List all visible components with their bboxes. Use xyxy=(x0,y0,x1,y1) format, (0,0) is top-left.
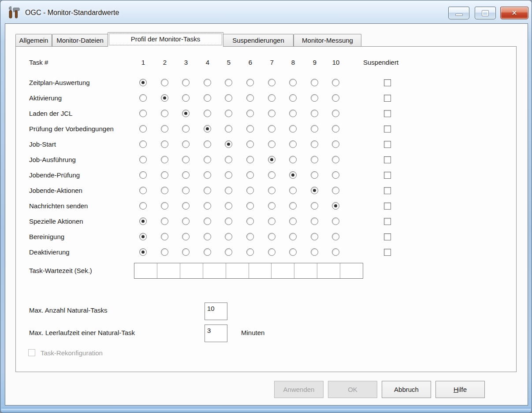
task-radio-job-start-4[interactable] xyxy=(204,140,211,148)
task-radio-aktivierung-5[interactable] xyxy=(225,94,232,102)
task-wait-cell-2[interactable] xyxy=(157,263,180,278)
task-radio-job-ausf-hrung-6[interactable] xyxy=(246,156,254,163)
task-radio-jobende-aktionen-9[interactable] xyxy=(311,187,318,194)
task-radio-spezielle-aktionen-3[interactable] xyxy=(182,218,190,225)
task-radio-deaktivierung-2[interactable] xyxy=(161,248,168,256)
task-wait-cell-6[interactable] xyxy=(249,263,272,278)
task-wait-cell-5[interactable] xyxy=(226,263,249,278)
task-radio-bereinigung-3[interactable] xyxy=(182,233,190,240)
task-radio-laden-der-jcl-4[interactable] xyxy=(204,110,211,117)
task-radio-nachrichten-senden-5[interactable] xyxy=(225,202,232,210)
task-radio-job-ausf-hrung-2[interactable] xyxy=(161,156,168,163)
suspendiert-checkbox-nachrichten-senden[interactable] xyxy=(384,203,391,210)
task-radio-laden-der-jcl-3[interactable] xyxy=(182,110,190,117)
task-radio-laden-der-jcl-1[interactable] xyxy=(139,110,147,117)
task-radio-pr-fung-der-vorbedingungen-5[interactable] xyxy=(225,125,232,133)
task-radio-aktivierung-1[interactable] xyxy=(139,94,147,102)
task-radio-zeitplan-auswertung-7[interactable] xyxy=(268,79,275,86)
task-radio-bereinigung-10[interactable] xyxy=(332,233,339,240)
task-radio-job-ausf-hrung-5[interactable] xyxy=(225,156,232,163)
task-radio-jobende-aktionen-4[interactable] xyxy=(204,187,211,194)
task-radio-job-start-2[interactable] xyxy=(161,140,168,148)
task-radio-laden-der-jcl-6[interactable] xyxy=(246,110,254,117)
task-radio-jobende-pr-fung-4[interactable] xyxy=(204,171,211,179)
task-radio-pr-fung-der-vorbedingungen-6[interactable] xyxy=(246,125,254,133)
close-button[interactable]: ✕ xyxy=(500,7,528,19)
suspendiert-checkbox-laden-der-jcl[interactable] xyxy=(384,110,391,117)
task-radio-jobende-aktionen-1[interactable] xyxy=(139,187,147,194)
suspendiert-checkbox-deaktivierung[interactable] xyxy=(384,249,391,256)
task-radio-job-ausf-hrung-8[interactable] xyxy=(289,156,297,163)
task-radio-pr-fung-der-vorbedingungen-8[interactable] xyxy=(289,125,297,133)
task-radio-nachrichten-senden-10[interactable] xyxy=(332,202,339,210)
task-wait-cell-9[interactable] xyxy=(317,263,340,278)
tab-monitor-dateien[interactable]: Monitor-Dateien xyxy=(52,34,108,46)
task-radio-laden-der-jcl-10[interactable] xyxy=(332,110,339,117)
task-radio-laden-der-jcl-7[interactable] xyxy=(268,110,275,117)
task-radio-job-start-8[interactable] xyxy=(289,140,297,148)
task-radio-job-ausf-hrung-4[interactable] xyxy=(204,156,211,163)
task-radio-job-start-9[interactable] xyxy=(311,140,318,148)
task-radio-aktivierung-3[interactable] xyxy=(182,94,190,102)
task-radio-nachrichten-senden-3[interactable] xyxy=(182,202,190,210)
task-radio-nachrichten-senden-1[interactable] xyxy=(139,202,147,210)
task-radio-bereinigung-1[interactable] xyxy=(139,233,147,240)
task-radio-jobende-pr-fung-8[interactable] xyxy=(289,171,297,179)
task-radio-bereinigung-2[interactable] xyxy=(161,233,168,240)
task-radio-spezielle-aktionen-6[interactable] xyxy=(246,218,254,225)
task-radio-job-start-7[interactable] xyxy=(268,140,275,148)
task-radio-aktivierung-10[interactable] xyxy=(332,94,339,102)
suspendiert-checkbox-jobende-pr-fung[interactable] xyxy=(384,172,391,179)
task-wait-cell-1[interactable] xyxy=(134,263,157,278)
task-radio-bereinigung-7[interactable] xyxy=(268,233,275,240)
task-radio-pr-fung-der-vorbedingungen-1[interactable] xyxy=(139,125,147,133)
task-radio-pr-fung-der-vorbedingungen-2[interactable] xyxy=(161,125,168,133)
task-radio-job-ausf-hrung-10[interactable] xyxy=(332,156,339,163)
tab-allgemein[interactable]: Allgemein xyxy=(15,34,52,46)
task-radio-jobende-pr-fung-3[interactable] xyxy=(182,171,190,179)
task-radio-pr-fung-der-vorbedingungen-4[interactable] xyxy=(204,125,211,133)
task-radio-job-ausf-hrung-9[interactable] xyxy=(311,156,318,163)
task-radio-zeitplan-auswertung-10[interactable] xyxy=(332,79,339,86)
task-radio-deaktivierung-10[interactable] xyxy=(332,248,339,256)
task-radio-jobende-pr-fung-1[interactable] xyxy=(139,171,147,179)
task-radio-laden-der-jcl-9[interactable] xyxy=(311,110,318,117)
task-radio-deaktivierung-4[interactable] xyxy=(204,248,211,256)
task-radio-job-ausf-hrung-1[interactable] xyxy=(139,156,147,163)
task-radio-jobende-aktionen-5[interactable] xyxy=(225,187,232,194)
task-radio-aktivierung-6[interactable] xyxy=(246,94,254,102)
task-radio-spezielle-aktionen-10[interactable] xyxy=(332,218,339,225)
task-radio-spezielle-aktionen-1[interactable] xyxy=(139,218,147,225)
tab-profil-der-monitor-tasks[interactable]: Profil der Monitor-Tasks xyxy=(108,32,223,47)
task-radio-job-start-10[interactable] xyxy=(332,140,339,148)
task-radio-zeitplan-auswertung-4[interactable] xyxy=(204,79,211,86)
task-radio-jobende-pr-fung-9[interactable] xyxy=(311,171,318,179)
task-radio-jobende-aktionen-10[interactable] xyxy=(332,187,339,194)
task-radio-spezielle-aktionen-8[interactable] xyxy=(289,218,297,225)
task-radio-jobende-pr-fung-5[interactable] xyxy=(225,171,232,179)
task-radio-nachrichten-senden-2[interactable] xyxy=(161,202,168,210)
task-radio-bereinigung-4[interactable] xyxy=(204,233,211,240)
task-radio-zeitplan-auswertung-2[interactable] xyxy=(161,79,168,86)
task-radio-jobende-aktionen-8[interactable] xyxy=(289,187,297,194)
suspendiert-checkbox-bereinigung[interactable] xyxy=(384,233,391,240)
task-radio-bereinigung-6[interactable] xyxy=(246,233,254,240)
task-radio-pr-fung-der-vorbedingungen-9[interactable] xyxy=(311,125,318,133)
task-radio-aktivierung-4[interactable] xyxy=(204,94,211,102)
task-radio-deaktivierung-1[interactable] xyxy=(139,248,147,256)
task-radio-jobende-pr-fung-7[interactable] xyxy=(268,171,275,179)
task-wait-cell-10[interactable] xyxy=(340,263,363,278)
task-radio-jobende-aktionen-2[interactable] xyxy=(161,187,168,194)
task-radio-job-start-5[interactable] xyxy=(225,140,232,148)
task-radio-deaktivierung-6[interactable] xyxy=(246,248,254,256)
task-radio-jobende-aktionen-6[interactable] xyxy=(246,187,254,194)
suspendiert-checkbox-zeitplan-auswertung[interactable] xyxy=(384,79,391,86)
title-bar[interactable]: OGC - Monitor-Standardwerte ✕ xyxy=(0,0,532,23)
hilfe-button[interactable]: Hilfe xyxy=(435,381,485,398)
task-radio-job-start-1[interactable] xyxy=(139,140,147,148)
tab-suspendierungen[interactable]: Suspendierungen xyxy=(223,34,294,46)
task-radio-job-ausf-hrung-7[interactable] xyxy=(268,156,275,163)
task-radio-spezielle-aktionen-4[interactable] xyxy=(204,218,211,225)
task-radio-zeitplan-auswertung-3[interactable] xyxy=(182,79,190,86)
task-wait-cell-8[interactable] xyxy=(294,263,317,278)
